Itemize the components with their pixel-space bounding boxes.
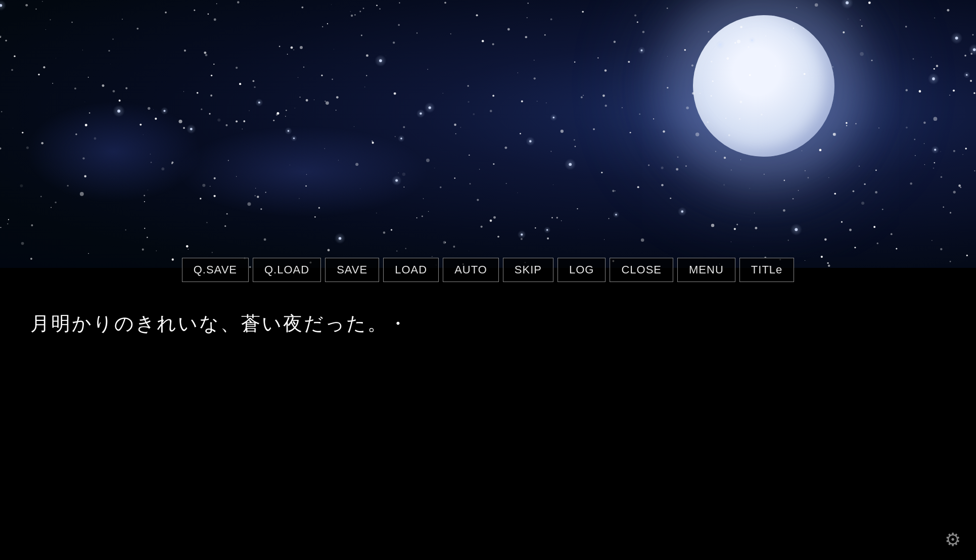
toolbar: Q.SAVE Q.LOAD SAVE LOAD AUTO SKIP LOG CL… <box>0 258 976 282</box>
qload-button[interactable]: Q.LOAD <box>253 258 321 282</box>
menu-button[interactable]: MENU <box>677 258 735 282</box>
dialogue-text: 月明かりのきれいな、蒼い夜だった。・ <box>30 308 946 339</box>
game-container: Q.SAVE Q.LOAD SAVE LOAD AUTO SKIP LOG CL… <box>0 0 976 560</box>
dialogue-area[interactable]: 月明かりのきれいな、蒼い夜だった。・ <box>0 293 976 354</box>
save-button[interactable]: SAVE <box>325 258 379 282</box>
close-button[interactable]: CLOSE <box>610 258 673 282</box>
load-button[interactable]: LOAD <box>383 258 439 282</box>
skip-button[interactable]: SKIP <box>503 258 553 282</box>
qsave-button[interactable]: Q.SAVE <box>182 258 249 282</box>
stars-canvas <box>0 0 976 283</box>
auto-button[interactable]: AUTO <box>443 258 499 282</box>
settings-gear-icon[interactable]: ⚙ <box>942 529 963 550</box>
title-button[interactable]: TITLe <box>739 258 794 282</box>
log-button[interactable]: LOG <box>557 258 606 282</box>
